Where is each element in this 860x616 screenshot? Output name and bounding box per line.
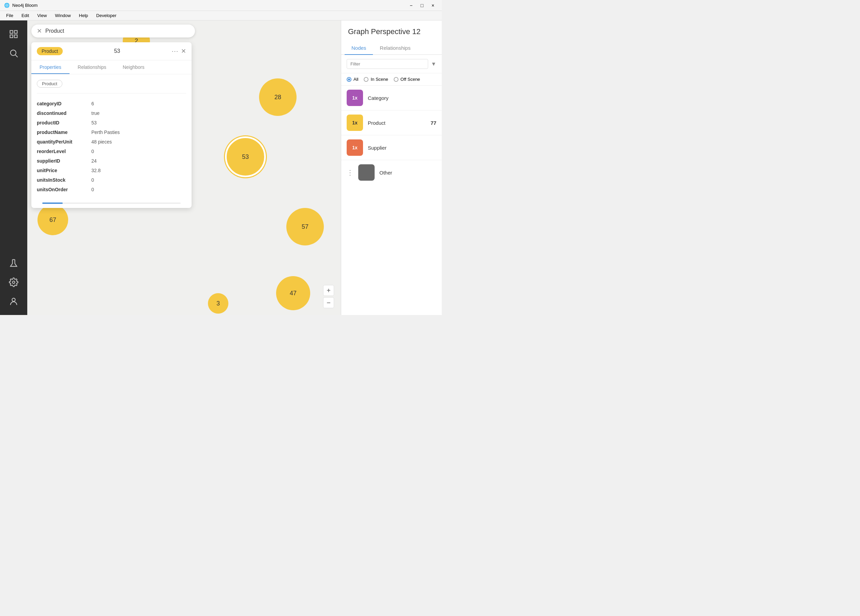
menu-file[interactable]: File bbox=[3, 12, 17, 19]
node-type-supplier[interactable]: 1x Supplier bbox=[341, 135, 442, 160]
maximize-button[interactable]: □ bbox=[417, 2, 427, 9]
svg-rect-3 bbox=[14, 35, 17, 38]
filter-row: ▼ bbox=[341, 55, 442, 73]
right-panel: Graph Perspective 12 Nodes Relationships… bbox=[341, 20, 442, 315]
app-icon: 🌐 bbox=[4, 3, 9, 8]
main-container: ✕ Product 2 28 53 67 57 47 3 Product bbox=[0, 20, 442, 315]
more-options-icon[interactable]: ⋯ bbox=[171, 47, 178, 55]
svg-rect-1 bbox=[14, 31, 17, 33]
search-value: Product bbox=[46, 28, 64, 34]
radio-off-scene-label: Off Scene bbox=[400, 77, 420, 82]
node-type-other[interactable]: ⋮ Other bbox=[341, 160, 442, 185]
radio-in-scene-label: In Scene bbox=[370, 77, 388, 82]
graph-node-3[interactable]: 3 bbox=[208, 293, 228, 314]
radio-in-scene-dot bbox=[364, 77, 369, 82]
radio-off-scene-dot bbox=[394, 77, 399, 82]
close-button[interactable]: × bbox=[428, 2, 438, 9]
prop-divider bbox=[37, 93, 186, 93]
node-type-category[interactable]: 1x Category bbox=[341, 86, 442, 110]
minimize-button[interactable]: − bbox=[406, 2, 416, 9]
prop-supplierID: supplierID 24 bbox=[37, 156, 186, 166]
sidebar bbox=[0, 20, 27, 315]
radio-off-scene[interactable]: Off Scene bbox=[394, 77, 420, 82]
detail-close-button[interactable]: ✕ bbox=[181, 47, 186, 55]
prop-unitPrice: unitPrice 32.8 bbox=[37, 166, 186, 175]
other-badge bbox=[358, 164, 375, 181]
svg-rect-2 bbox=[10, 35, 13, 38]
detail-header: Product 53 ⋯ ✕ bbox=[31, 42, 191, 60]
filter-icon: ▼ bbox=[431, 61, 436, 67]
sidebar-icon-search[interactable] bbox=[5, 45, 22, 61]
detail-panel: Product 53 ⋯ ✕ Properties Relationships … bbox=[31, 42, 191, 208]
prop-reorderLevel: reorderLevel 0 bbox=[37, 146, 186, 156]
prop-productName: productName Perth Pasties bbox=[37, 127, 186, 137]
prop-unitsOnOrder: unitsOnOrder 0 bbox=[37, 185, 186, 194]
other-label: Other bbox=[380, 170, 436, 176]
prop-quantityPerUnit: quantityPerUnit 48 pieces bbox=[37, 137, 186, 146]
right-tab-nodes[interactable]: Nodes bbox=[345, 42, 373, 54]
right-tabs: Nodes Relationships bbox=[341, 42, 442, 55]
detail-node-id: 53 bbox=[67, 48, 167, 54]
app-title-area: 🌐 Neo4j Bloom bbox=[4, 3, 38, 8]
titlebar: 🌐 Neo4j Bloom − □ × bbox=[0, 0, 442, 11]
menu-edit[interactable]: Edit bbox=[18, 12, 32, 19]
product-badge: Product bbox=[37, 47, 63, 55]
menubar: File Edit View Window Help Developer bbox=[0, 11, 442, 20]
graph-node-67[interactable]: 67 bbox=[38, 204, 68, 235]
radio-all-dot bbox=[347, 77, 352, 82]
node-type-tag: Product bbox=[37, 80, 63, 88]
supplier-badge: 1x bbox=[347, 140, 363, 156]
graph-canvas: ✕ Product 2 28 53 67 57 47 3 Product bbox=[27, 20, 341, 315]
sidebar-icon-share[interactable] bbox=[5, 293, 22, 310]
menu-view[interactable]: View bbox=[34, 12, 50, 19]
svg-point-4 bbox=[11, 50, 16, 55]
zoom-out-button[interactable]: − bbox=[323, 297, 334, 308]
zoom-controls: + − bbox=[323, 285, 334, 308]
prop-unitsInStock: unitsInStock 0 bbox=[37, 175, 186, 185]
window-controls: − □ × bbox=[406, 2, 438, 9]
supplier-label: Supplier bbox=[368, 145, 436, 151]
category-badge: 1x bbox=[347, 90, 363, 106]
prop-categoryID: categoryID 6 bbox=[37, 99, 186, 108]
tab-relationships[interactable]: Relationships bbox=[69, 60, 115, 74]
app-title: Neo4j Bloom bbox=[12, 3, 38, 8]
node-type-product[interactable]: 1x Product 77 bbox=[341, 110, 442, 135]
scroll-indicator bbox=[42, 203, 180, 204]
product-label: Product bbox=[368, 120, 426, 126]
prop-productID: productID 53 bbox=[37, 118, 186, 127]
svg-point-8 bbox=[12, 298, 15, 301]
sidebar-icon-scene[interactable] bbox=[5, 26, 22, 42]
search-close-button[interactable]: ✕ bbox=[37, 27, 42, 35]
detail-actions: ⋯ ✕ bbox=[171, 47, 186, 55]
graph-node-47[interactable]: 47 bbox=[276, 276, 310, 310]
svg-rect-0 bbox=[10, 31, 13, 33]
detail-tabs: Properties Relationships Neighbors bbox=[31, 60, 191, 74]
tab-properties[interactable]: Properties bbox=[31, 60, 69, 74]
other-dots-icon: ⋮ bbox=[347, 169, 353, 176]
graph-node-53[interactable]: 53 bbox=[225, 136, 266, 177]
radio-all[interactable]: All bbox=[347, 77, 358, 82]
radio-group: All In Scene Off Scene bbox=[341, 73, 442, 86]
graph-node-28[interactable]: 28 bbox=[259, 79, 297, 116]
menu-developer[interactable]: Developer bbox=[93, 12, 120, 19]
product-count: 77 bbox=[430, 120, 436, 126]
product-badge-right: 1x bbox=[347, 115, 363, 131]
right-panel-title: Graph Perspective 12 bbox=[341, 20, 442, 42]
tab-neighbors[interactable]: Neighbors bbox=[115, 60, 153, 74]
menu-window[interactable]: Window bbox=[52, 12, 74, 19]
sidebar-icon-experiment[interactable] bbox=[5, 255, 22, 271]
graph-node-57[interactable]: 57 bbox=[286, 208, 324, 245]
zoom-in-button[interactable]: + bbox=[323, 285, 334, 296]
svg-line-5 bbox=[15, 55, 17, 57]
search-bar: ✕ Product bbox=[31, 25, 195, 38]
detail-body: Product categoryID 6 discontinued true p… bbox=[31, 74, 191, 200]
scroll-thumb bbox=[42, 203, 63, 204]
sidebar-icon-settings[interactable] bbox=[5, 274, 22, 291]
menu-help[interactable]: Help bbox=[76, 12, 92, 19]
prop-discontinued: discontinued true bbox=[37, 108, 186, 118]
filter-input[interactable] bbox=[347, 59, 428, 69]
radio-in-scene[interactable]: In Scene bbox=[364, 77, 388, 82]
radio-all-label: All bbox=[353, 77, 358, 82]
right-tab-relationships[interactable]: Relationships bbox=[373, 42, 417, 54]
svg-point-7 bbox=[13, 281, 15, 284]
